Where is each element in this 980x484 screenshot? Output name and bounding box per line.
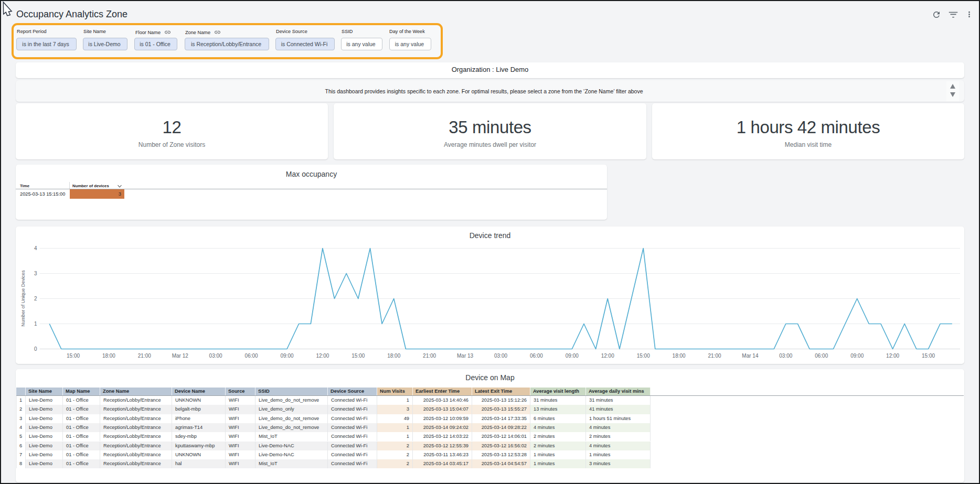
svg-text:18:00: 18:00 xyxy=(387,353,400,359)
svg-text:3: 3 xyxy=(34,271,37,276)
svg-text:12:00: 12:00 xyxy=(886,353,899,359)
svg-text:03:00: 03:00 xyxy=(209,353,222,359)
svg-text:Number of Unique Devices: Number of Unique Devices xyxy=(20,270,26,327)
svg-text:21:00: 21:00 xyxy=(423,353,436,359)
svg-text:15:00: 15:00 xyxy=(637,353,650,359)
svg-text:09:00: 09:00 xyxy=(280,353,293,359)
svg-text:06:00: 06:00 xyxy=(530,353,543,359)
svg-text:09:00: 09:00 xyxy=(566,353,579,359)
svg-text:0: 0 xyxy=(34,346,37,352)
svg-text:15:00: 15:00 xyxy=(67,353,80,359)
svg-text:21:00: 21:00 xyxy=(138,353,151,359)
svg-text:12:00: 12:00 xyxy=(316,353,329,359)
svg-text:2: 2 xyxy=(34,296,37,302)
svg-text:Mar 13: Mar 13 xyxy=(457,353,474,359)
svg-text:06:00: 06:00 xyxy=(245,353,258,359)
svg-text:06:00: 06:00 xyxy=(815,353,828,359)
svg-text:4: 4 xyxy=(34,245,37,251)
svg-text:Mar 12: Mar 12 xyxy=(172,353,189,359)
svg-text:Mar 14: Mar 14 xyxy=(742,353,759,359)
svg-text:03:00: 03:00 xyxy=(494,353,507,359)
svg-text:1: 1 xyxy=(34,321,37,327)
svg-text:15:00: 15:00 xyxy=(351,353,365,359)
svg-text:15:00: 15:00 xyxy=(922,353,935,359)
svg-text:21:00: 21:00 xyxy=(708,353,721,359)
svg-text:03:00: 03:00 xyxy=(779,353,792,359)
svg-text:12:00: 12:00 xyxy=(601,353,614,359)
svg-text:Device trend: Device trend xyxy=(470,231,511,240)
svg-text:09:00: 09:00 xyxy=(850,353,864,359)
svg-text:18:00: 18:00 xyxy=(102,353,115,359)
svg-text:18:00: 18:00 xyxy=(673,353,686,359)
